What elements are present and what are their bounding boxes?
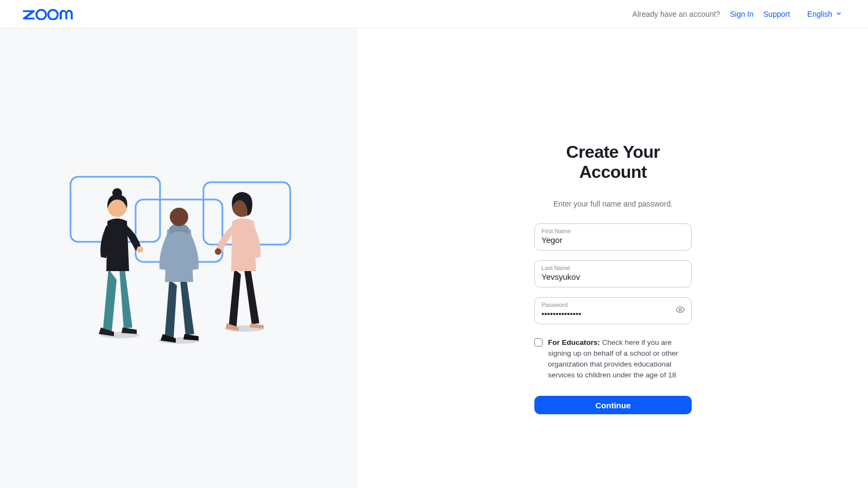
svg-point-12 [215,248,221,255]
svg-point-0 [36,10,46,20]
first-name-input[interactable] [541,235,685,246]
toggle-password-visibility[interactable] [675,305,686,316]
last-name-field-wrapper: Last Name [534,260,692,287]
account-prompt: Already have an account? [633,10,720,18]
illustration-pane [0,28,358,488]
svg-point-14 [679,309,682,311]
first-name-label: First Name [541,227,685,235]
last-name-input[interactable] [541,272,685,282]
header-right: Already have an account? Sign In Support… [633,10,842,18]
sign-in-link[interactable]: Sign In [730,10,754,18]
password-input[interactable] [541,309,685,319]
educators-text: For Educators: Check here if you are sig… [548,337,692,381]
eye-icon [675,305,685,317]
svg-point-1 [48,10,58,20]
zoom-logo[interactable] [23,8,77,20]
svg-point-8 [112,188,122,198]
svg-point-10 [170,208,188,226]
educators-checkbox[interactable] [534,338,542,346]
page-title: Create Your Account [534,142,692,182]
educators-row[interactable]: For Educators: Check here if you are sig… [534,337,692,381]
page-subtitle: Enter your full name and password. [534,200,692,208]
chevron-down-icon [835,10,842,18]
top-header: Already have an account? Sign In Support… [0,0,868,28]
svg-point-6 [137,246,143,253]
language-select[interactable]: English [807,10,842,18]
main-content: Create Your Account Enter your full name… [0,28,868,488]
people-illustration [65,171,293,345]
last-name-label: Last Name [541,264,685,272]
password-field-wrapper: Password [534,297,692,324]
continue-button[interactable]: Continue [534,396,692,414]
language-label: English [807,10,832,18]
educators-bold: For Educators: [548,338,600,346]
form-pane: Create Your Account Enter your full name… [358,28,868,488]
signup-form: Create Your Account Enter your full name… [534,142,692,414]
password-label: Password [541,301,685,309]
first-name-field-wrapper: First Name [534,223,692,251]
support-link[interactable]: Support [763,10,790,18]
